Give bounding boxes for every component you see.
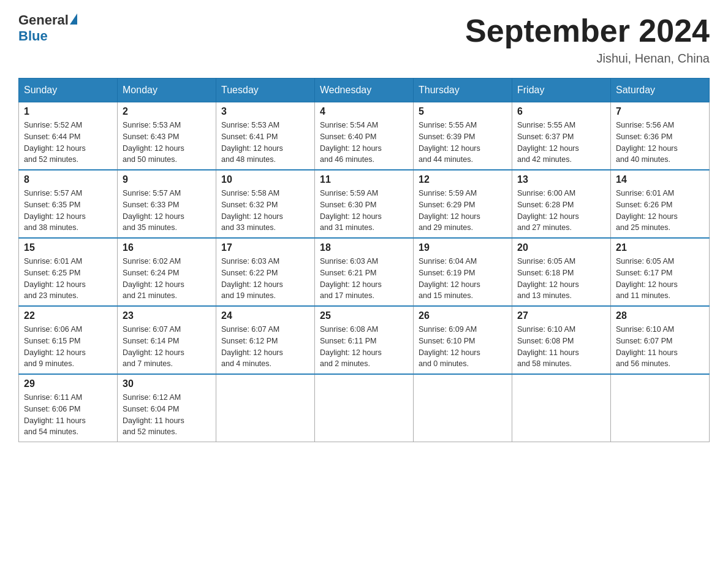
day-info: Sunrise: 5:53 AMSunset: 6:43 PMDaylight:…: [123, 121, 184, 164]
day-info: Sunrise: 6:04 AMSunset: 6:19 PMDaylight:…: [419, 257, 480, 300]
calendar-day-cell: [611, 374, 710, 442]
day-number: 1: [24, 106, 112, 117]
calendar-day-cell: 21 Sunrise: 6:05 AMSunset: 6:17 PMDaylig…: [611, 238, 710, 306]
page-header: General Blue September 2024 Jishui, Hena…: [18, 12, 710, 66]
logo-blue: Blue: [18, 28, 48, 44]
calendar-day-cell: 4 Sunrise: 5:54 AMSunset: 6:40 PMDayligh…: [315, 102, 414, 170]
calendar-week-row: 15 Sunrise: 6:01 AMSunset: 6:25 PMDaylig…: [19, 238, 710, 306]
day-info: Sunrise: 6:05 AMSunset: 6:18 PMDaylight:…: [517, 257, 579, 300]
day-number: 3: [221, 106, 309, 117]
day-number: 22: [24, 310, 112, 321]
logo-general: General: [18, 12, 69, 28]
calendar-day-cell: 13 Sunrise: 6:00 AMSunset: 6:28 PMDaylig…: [512, 170, 611, 238]
calendar-day-cell: 2 Sunrise: 5:53 AMSunset: 6:43 PMDayligh…: [118, 102, 216, 170]
calendar-week-row: 1 Sunrise: 5:52 AMSunset: 6:44 PMDayligh…: [19, 102, 710, 170]
day-number: 11: [320, 174, 408, 185]
day-number: 17: [221, 242, 309, 253]
day-number: 8: [24, 174, 112, 185]
calendar-day-cell: 8 Sunrise: 5:57 AMSunset: 6:35 PMDayligh…: [19, 170, 118, 238]
day-info: Sunrise: 6:00 AMSunset: 6:28 PMDaylight:…: [517, 189, 579, 232]
calendar-day-cell: 17 Sunrise: 6:03 AMSunset: 6:22 PMDaylig…: [216, 238, 315, 306]
calendar-day-cell: [315, 374, 414, 442]
logo-triangle-icon: [70, 13, 77, 25]
day-info: Sunrise: 5:59 AMSunset: 6:30 PMDaylight:…: [320, 189, 382, 232]
calendar-day-cell: 11 Sunrise: 5:59 AMSunset: 6:30 PMDaylig…: [315, 170, 414, 238]
weekday-header-friday: Friday: [512, 79, 611, 102]
day-number: 28: [616, 310, 704, 321]
calendar-day-cell: 16 Sunrise: 6:02 AMSunset: 6:24 PMDaylig…: [118, 238, 216, 306]
day-number: 15: [24, 242, 112, 253]
day-number: 26: [419, 310, 507, 321]
day-number: 24: [221, 310, 309, 321]
day-info: Sunrise: 6:09 AMSunset: 6:10 PMDaylight:…: [419, 325, 480, 368]
calendar-day-cell: 5 Sunrise: 5:55 AMSunset: 6:39 PMDayligh…: [414, 102, 512, 170]
day-number: 13: [517, 174, 605, 185]
calendar-day-cell: 18 Sunrise: 6:03 AMSunset: 6:21 PMDaylig…: [315, 238, 414, 306]
weekday-header-thursday: Thursday: [414, 79, 512, 102]
calendar-day-cell: 30 Sunrise: 6:12 AMSunset: 6:04 PMDaylig…: [118, 374, 216, 442]
calendar-day-cell: 7 Sunrise: 5:56 AMSunset: 6:36 PMDayligh…: [611, 102, 710, 170]
day-info: Sunrise: 5:58 AMSunset: 6:32 PMDaylight:…: [221, 189, 283, 232]
day-info: Sunrise: 6:02 AMSunset: 6:24 PMDaylight:…: [123, 257, 184, 300]
calendar-day-cell: 12 Sunrise: 5:59 AMSunset: 6:29 PMDaylig…: [414, 170, 512, 238]
day-info: Sunrise: 5:53 AMSunset: 6:41 PMDaylight:…: [221, 121, 283, 164]
logo: General Blue: [18, 12, 77, 44]
weekday-header-tuesday: Tuesday: [216, 79, 315, 102]
day-info: Sunrise: 6:10 AMSunset: 6:07 PMDaylight:…: [616, 325, 678, 368]
day-info: Sunrise: 5:56 AMSunset: 6:36 PMDaylight:…: [616, 121, 678, 164]
day-info: Sunrise: 5:55 AMSunset: 6:37 PMDaylight:…: [517, 121, 579, 164]
day-number: 27: [517, 310, 605, 321]
calendar-subtitle: Jishui, Henan, China: [465, 52, 710, 66]
day-info: Sunrise: 6:08 AMSunset: 6:11 PMDaylight:…: [320, 325, 382, 368]
day-number: 29: [24, 378, 112, 389]
day-info: Sunrise: 5:54 AMSunset: 6:40 PMDaylight:…: [320, 121, 382, 164]
weekday-header-wednesday: Wednesday: [315, 79, 414, 102]
day-info: Sunrise: 6:12 AMSunset: 6:04 PMDaylight:…: [123, 393, 184, 436]
calendar-day-cell: 15 Sunrise: 6:01 AMSunset: 6:25 PMDaylig…: [19, 238, 118, 306]
calendar-day-cell: 3 Sunrise: 5:53 AMSunset: 6:41 PMDayligh…: [216, 102, 315, 170]
day-number: 4: [320, 106, 408, 117]
calendar-day-cell: [414, 374, 512, 442]
day-number: 7: [616, 106, 704, 117]
day-info: Sunrise: 6:07 AMSunset: 6:14 PMDaylight:…: [123, 325, 184, 368]
calendar-day-cell: 22 Sunrise: 6:06 AMSunset: 6:15 PMDaylig…: [19, 306, 118, 374]
day-number: 23: [123, 310, 211, 321]
day-number: 6: [517, 106, 605, 117]
day-number: 10: [221, 174, 309, 185]
day-info: Sunrise: 5:57 AMSunset: 6:35 PMDaylight:…: [24, 189, 86, 232]
weekday-header-sunday: Sunday: [19, 79, 118, 102]
day-info: Sunrise: 6:01 AMSunset: 6:25 PMDaylight:…: [24, 257, 86, 300]
calendar-day-cell: [512, 374, 611, 442]
day-info: Sunrise: 5:55 AMSunset: 6:39 PMDaylight:…: [419, 121, 480, 164]
day-number: 18: [320, 242, 408, 253]
calendar-day-cell: 24 Sunrise: 6:07 AMSunset: 6:12 PMDaylig…: [216, 306, 315, 374]
day-info: Sunrise: 6:10 AMSunset: 6:08 PMDaylight:…: [517, 325, 579, 368]
day-number: 21: [616, 242, 704, 253]
calendar-week-row: 8 Sunrise: 5:57 AMSunset: 6:35 PMDayligh…: [19, 170, 710, 238]
day-number: 12: [419, 174, 507, 185]
calendar-day-cell: 9 Sunrise: 5:57 AMSunset: 6:33 PMDayligh…: [118, 170, 216, 238]
calendar-day-cell: 27 Sunrise: 6:10 AMSunset: 6:08 PMDaylig…: [512, 306, 611, 374]
weekday-header-saturday: Saturday: [611, 79, 710, 102]
calendar-day-cell: [216, 374, 315, 442]
calendar-week-row: 29 Sunrise: 6:11 AMSunset: 6:06 PMDaylig…: [19, 374, 710, 442]
calendar-day-cell: 10 Sunrise: 5:58 AMSunset: 6:32 PMDaylig…: [216, 170, 315, 238]
day-info: Sunrise: 6:11 AMSunset: 6:06 PMDaylight:…: [24, 393, 86, 436]
day-info: Sunrise: 5:52 AMSunset: 6:44 PMDaylight:…: [24, 121, 86, 164]
day-number: 25: [320, 310, 408, 321]
title-block: September 2024 Jishui, Henan, China: [465, 12, 710, 66]
calendar-title: September 2024: [465, 12, 710, 49]
day-number: 30: [123, 378, 211, 389]
day-info: Sunrise: 6:05 AMSunset: 6:17 PMDaylight:…: [616, 257, 678, 300]
calendar-day-cell: 20 Sunrise: 6:05 AMSunset: 6:18 PMDaylig…: [512, 238, 611, 306]
day-info: Sunrise: 5:59 AMSunset: 6:29 PMDaylight:…: [419, 189, 480, 232]
day-info: Sunrise: 6:07 AMSunset: 6:12 PMDaylight:…: [221, 325, 283, 368]
calendar-day-cell: 6 Sunrise: 5:55 AMSunset: 6:37 PMDayligh…: [512, 102, 611, 170]
day-info: Sunrise: 6:06 AMSunset: 6:15 PMDaylight:…: [24, 325, 86, 368]
calendar-day-cell: 23 Sunrise: 6:07 AMSunset: 6:14 PMDaylig…: [118, 306, 216, 374]
weekday-header-row: SundayMondayTuesdayWednesdayThursdayFrid…: [19, 79, 710, 102]
calendar-day-cell: 29 Sunrise: 6:11 AMSunset: 6:06 PMDaylig…: [19, 374, 118, 442]
day-number: 14: [616, 174, 704, 185]
day-number: 16: [123, 242, 211, 253]
day-info: Sunrise: 5:57 AMSunset: 6:33 PMDaylight:…: [123, 189, 184, 232]
